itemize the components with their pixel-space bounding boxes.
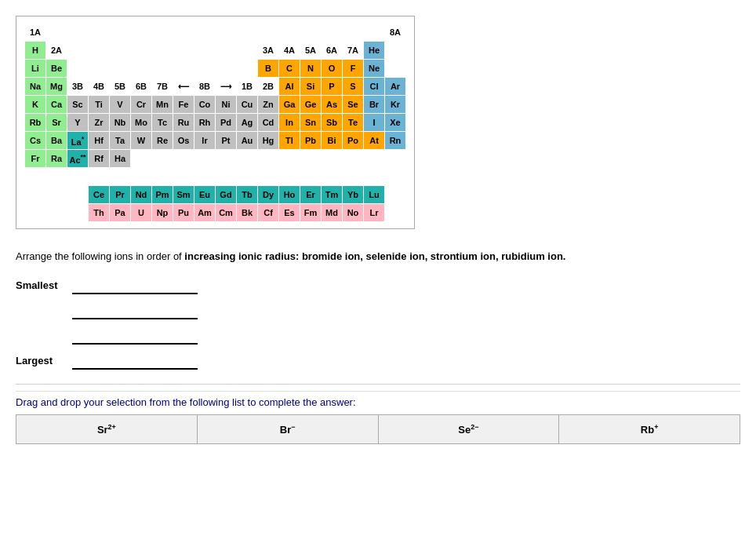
element-Tc: Tc — [152, 114, 173, 131]
element-Ce: Ce — [89, 186, 109, 203]
element-Pa: Pa — [110, 204, 130, 221]
element-Po: Po — [343, 132, 363, 149]
element-Tm: Tm — [322, 186, 342, 203]
element-Lu: Lu — [364, 186, 384, 203]
group-8A: 8A — [385, 24, 405, 41]
element-Md: Md — [322, 204, 342, 221]
group-4A-label: 4A — [279, 42, 300, 59]
element-Ra: Ra — [46, 150, 67, 167]
element-F: F — [343, 60, 363, 77]
element-Yb: Yb — [343, 186, 363, 203]
element-Te: Te — [343, 114, 363, 131]
periodic-table-container: 1A 8A H 2A 3A 4A 5A 6A 7A He Li Be B — [16, 16, 415, 229]
element-Pb: Pb — [300, 132, 321, 149]
element-N: N — [300, 60, 321, 77]
element-H: H — [25, 42, 45, 59]
element-Zn: Zn — [258, 96, 278, 113]
element-Rh: Rh — [194, 114, 215, 131]
element-Th: Th — [89, 204, 109, 221]
element-Bi: Bi — [322, 132, 342, 149]
element-Cu: Cu — [237, 96, 257, 113]
largest-answer-line[interactable] — [72, 352, 198, 370]
element-Ba: Ba — [46, 132, 67, 149]
element-Cs: Cs — [25, 132, 45, 149]
element-Fm: Fm — [300, 204, 321, 221]
period-1: H 2A 3A 4A 5A 6A 7A He — [25, 42, 405, 59]
element-Mn: Mn — [152, 96, 173, 113]
drag-instructions: Drag and drop your selection from the fo… — [16, 391, 740, 408]
period-2: Li Be B C N O F Ne — [25, 60, 405, 77]
group-5A-label: 5A — [300, 42, 321, 59]
element-Ar: Ar — [385, 78, 405, 95]
element-P: P — [322, 78, 342, 95]
option-Se[interactable]: Se2− — [379, 415, 560, 443]
element-Np: Np — [152, 204, 173, 221]
element-Zr: Zr — [89, 114, 109, 131]
group-8B-dash2: ⟶ — [216, 78, 236, 95]
element-Sr: Sr — [46, 114, 67, 131]
element-Os: Os — [173, 132, 194, 149]
element-As: As — [322, 96, 342, 113]
element-He: He — [364, 42, 384, 59]
element-Se: Se — [343, 96, 363, 113]
group-6B-label: 6B — [131, 78, 151, 95]
element-Pt: Pt — [216, 132, 236, 149]
periodic-table: 1A 8A H 2A 3A 4A 5A 6A 7A He Li Be B — [24, 23, 406, 222]
element-Pu: Pu — [173, 204, 194, 221]
element-O: O — [322, 60, 342, 77]
element-Ge: Ge — [300, 96, 321, 113]
group-3B-label: 3B — [67, 78, 88, 95]
element-Nd: Nd — [131, 186, 151, 203]
element-Ni: Ni — [216, 96, 236, 113]
period-6: Cs Ba La* Hf Ta W Re Os Ir Pt Au Hg Tl P… — [25, 132, 405, 149]
element-C: C — [279, 60, 300, 77]
element-Sn: Sn — [300, 114, 321, 131]
smallest-answer-line[interactable] — [72, 277, 198, 294]
element-Bk: Bk — [237, 204, 257, 221]
element-Pr: Pr — [110, 186, 130, 203]
element-Hg: Hg — [258, 132, 278, 149]
element-La: La* — [67, 132, 88, 149]
element-Kr: Kr — [385, 96, 405, 113]
group-7A-label: 7A — [343, 42, 363, 59]
element-Y: Y — [67, 114, 88, 131]
element-Ca: Ca — [46, 96, 67, 113]
element-Ga: Ga — [279, 96, 300, 113]
smallest-row: Smallest — [16, 277, 740, 294]
largest-label: Largest — [16, 355, 71, 367]
element-Ru: Ru — [173, 114, 194, 131]
lanthanide-row: Ce Pr Nd Pm Sm Eu Gd Tb Dy Ho Er Tm Yb L… — [25, 186, 405, 203]
period-3: Na Mg 3B 4B 5B 6B 7B ⟵ 8B ⟶ 1B 2B Al Si … — [25, 78, 405, 95]
element-V: V — [110, 96, 130, 113]
group-7B-label: 7B — [152, 78, 173, 95]
element-Al: Al — [279, 78, 300, 95]
option-Br[interactable]: Br− — [198, 415, 379, 443]
question-text: Arrange the following ions in order of i… — [16, 249, 740, 264]
group-4B-label: 4B — [89, 78, 109, 95]
element-Ho: Ho — [279, 186, 300, 203]
element-Ag: Ag — [237, 114, 257, 131]
option-Rb[interactable]: Rb+ — [559, 415, 740, 443]
option-Sr[interactable]: Sr2+ — [16, 415, 198, 443]
group-8B-dash1: ⟵ — [173, 78, 194, 95]
smallest-label: Smallest — [16, 279, 71, 291]
element-Pm: Pm — [152, 186, 173, 203]
element-Hf: Hf — [89, 132, 109, 149]
element-Cl: Cl — [364, 78, 384, 95]
element-Ir: Ir — [194, 132, 215, 149]
element-Tl: Tl — [279, 132, 300, 149]
element-I: I — [364, 114, 384, 131]
element-Rf: Rf — [89, 150, 109, 167]
group-8B-label: 8B — [194, 78, 215, 95]
third-answer-line[interactable] — [72, 327, 198, 345]
element-Er: Er — [300, 186, 321, 203]
question-bold: increasing ionic radius: bromide ion, se… — [184, 250, 565, 262]
second-answer-line[interactable] — [72, 302, 198, 319]
element-Si: Si — [300, 78, 321, 95]
element-Be: Be — [46, 60, 67, 77]
element-Ac: Ac** — [67, 150, 88, 167]
element-Co: Co — [194, 96, 215, 113]
group-1B-label: 1B — [237, 78, 257, 95]
group-3A-label: 3A — [258, 42, 278, 59]
group-2A-label: 2A — [46, 42, 67, 59]
